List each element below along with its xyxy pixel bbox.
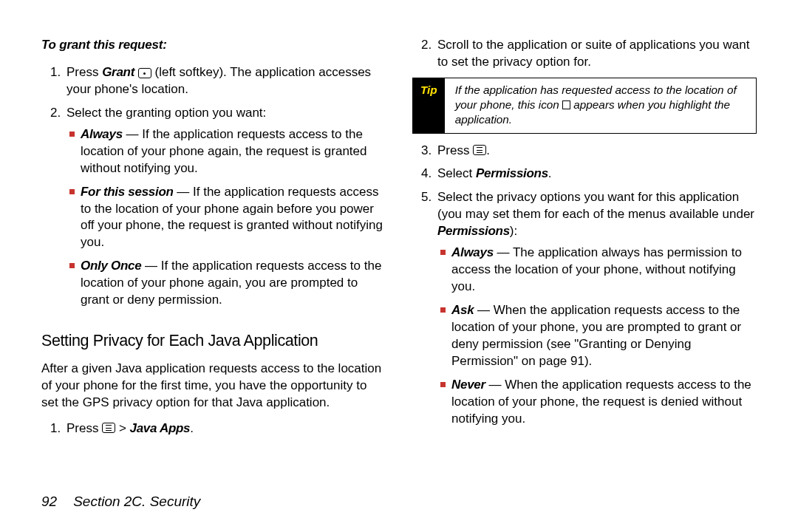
privacy-steps-b: 2. Scroll to the application or suite of… <box>412 37 757 71</box>
text: > <box>115 421 129 435</box>
grant-options: Always — If the application requests acc… <box>66 126 386 309</box>
grant-label: Grant <box>102 65 134 79</box>
privacy-steps-c: 3. Press . 4. Select Permissions. 5. Sel… <box>412 143 757 434</box>
step-text: Press > Java Apps. <box>66 420 386 437</box>
bullet-icon <box>440 250 446 255</box>
step-text: Select the privacy options you want for … <box>437 189 757 434</box>
step-text: Press Grant (left softkey). The applicat… <box>66 64 386 98</box>
option-never: Never — When the application requests ac… <box>440 377 757 428</box>
step-number: 5. <box>421 189 437 434</box>
section-paragraph: After a given Java application requests … <box>41 361 386 412</box>
location-req-icon <box>562 100 570 109</box>
text: Select the granting option you want: <box>66 106 266 120</box>
text: ): <box>510 224 517 238</box>
text: . <box>190 421 194 435</box>
label: Always <box>81 127 123 141</box>
privacy-steps-a: 1. Press > Java Apps. <box>41 420 386 437</box>
bullet-icon <box>440 382 446 387</box>
body: — The application always has permission … <box>451 245 742 293</box>
step-text: Scroll to the application or suite of ap… <box>437 37 757 71</box>
option-text: Always — The application always has perm… <box>451 245 757 296</box>
step-number: 1. <box>50 420 66 437</box>
page-footer: 92Section 2C. Security <box>41 494 757 510</box>
option-text: Only Once — If the application requests … <box>81 258 386 309</box>
step-number: 2. <box>421 37 437 71</box>
body: — When the application requests access t… <box>451 303 741 368</box>
label: For this session <box>81 185 174 199</box>
section-label: Section 2C. Security <box>73 494 200 509</box>
bullet-icon <box>69 189 75 194</box>
label: Always <box>451 245 494 259</box>
step-text: Select Permissions. <box>437 166 757 183</box>
privacy-options: Always — The application always has perm… <box>437 245 757 427</box>
step-number: 4. <box>421 166 437 183</box>
step-3: 3. Press . <box>421 143 757 160</box>
text: Press <box>66 421 102 435</box>
text: Select <box>437 166 476 180</box>
step-number: 2. <box>50 105 66 316</box>
softkey-icon <box>138 68 151 78</box>
text: Press <box>437 143 473 157</box>
permissions-label: Permissions <box>437 224 510 238</box>
option-once: Only Once — If the application requests … <box>69 258 386 309</box>
left-column: To grant this request: 1. Press Grant (l… <box>41 37 386 476</box>
option-always: Always — The application always has perm… <box>440 245 757 296</box>
step-4: 4. Select Permissions. <box>421 166 757 183</box>
page-number: 92 <box>41 494 57 509</box>
step-1: 1. Press Grant (left softkey). The appli… <box>50 64 386 98</box>
text: . <box>548 166 552 180</box>
content-columns: To grant this request: 1. Press Grant (l… <box>41 37 757 476</box>
right-column: 2. Scroll to the application or suite of… <box>412 37 757 476</box>
step-text: Press . <box>437 143 757 160</box>
label: Never <box>451 378 485 392</box>
bullet-icon <box>440 307 446 313</box>
step-1: 1. Press > Java Apps. <box>50 420 386 437</box>
label: Ask <box>451 303 474 317</box>
option-text: Always — If the application requests acc… <box>81 126 386 177</box>
tip-label: Tip <box>413 78 445 133</box>
java-apps-label: Java Apps <box>130 421 191 435</box>
option-ask: Ask — When the application requests acce… <box>440 302 757 370</box>
option-text: Never — When the application requests ac… <box>451 377 757 428</box>
step-number: 1. <box>50 64 66 98</box>
step-number: 3. <box>421 143 437 160</box>
menu-key-icon <box>102 423 115 433</box>
tip-body: If the application has requested access … <box>445 78 756 133</box>
option-session: For this session — If the application re… <box>69 184 386 252</box>
option-text: For this session — If the application re… <box>81 184 386 252</box>
lead-in: To grant this request: <box>41 37 386 54</box>
text: Press <box>66 65 102 79</box>
section-heading: Setting Privacy for Each Java Applicatio… <box>41 330 386 352</box>
step-2: 2. Scroll to the application or suite of… <box>421 37 757 71</box>
menu-key-icon <box>473 145 486 155</box>
step-5: 5. Select the privacy options you want f… <box>421 189 757 434</box>
body: — When the application requests access t… <box>451 378 751 426</box>
step-text: Select the granting option you want: Alw… <box>66 105 386 316</box>
body: — If the application requests access to … <box>81 127 367 175</box>
manual-page: To grant this request: 1. Press Grant (l… <box>0 0 798 532</box>
text: Select the privacy options you want for … <box>437 190 754 221</box>
tip-callout: Tip If the application has requested acc… <box>412 78 757 134</box>
text: . <box>486 143 490 157</box>
option-always: Always — If the application requests acc… <box>69 126 386 177</box>
grant-steps: 1. Press Grant (left softkey). The appli… <box>41 64 386 316</box>
permissions-label: Permissions <box>476 166 548 180</box>
bullet-icon <box>69 132 75 137</box>
label: Only Once <box>81 259 141 273</box>
step-2: 2. Select the granting option you want: … <box>50 105 386 316</box>
bullet-icon <box>69 263 75 268</box>
option-text: Ask — When the application requests acce… <box>451 302 757 370</box>
